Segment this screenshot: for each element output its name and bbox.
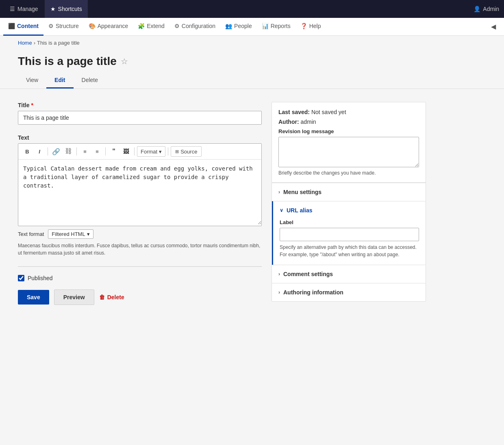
preview-button[interactable]: Preview [54,289,94,305]
text-group: Text B I 🔗 ⛓ ≡ ≡ " 🖼 Format [18,134,262,257]
authoring-info-header[interactable]: › Authoring information [272,283,426,301]
page-title-row: This is a page title ☆ [18,55,486,68]
toolbar-sep-4 [134,147,135,156]
main-content: Title * Text B I 🔗 ⛓ ≡ ≡ [0,89,504,445]
revision-help: Briefly describe the changes you have ma… [278,170,419,176]
chevron-down-icon: ▾ [159,149,162,155]
chevron-down-icon-format: ▾ [87,231,90,237]
nav-appearance-label: Appearance [98,23,128,29]
editor-wrapper: B I 🔗 ⛓ ≡ ≡ " 🖼 Format ▾ [18,143,262,226]
page-title: This is a page title [18,55,117,68]
admin-button[interactable]: 👤 Admin [474,6,499,12]
nav-item-configuration[interactable]: ⚙ Configuration [169,18,220,36]
nav-item-structure[interactable]: ⚙ Structure [43,18,84,36]
content-icon: ⬛ [8,23,15,29]
accordion-comment-settings: › Comment settings [272,265,426,283]
star-icon: ★ [50,6,56,12]
last-saved-row: Last saved: Not saved yet [278,109,419,115]
extend-icon: 🧩 [138,23,145,29]
revision-log-label: Revision log message [278,128,419,134]
accordion-menu-settings: › Menu settings [272,183,426,201]
chevron-right-icon-authoring: › [278,289,280,295]
revision-log-textarea[interactable] [278,137,419,167]
italic-button[interactable]: I [34,146,45,157]
tab-view[interactable]: View [18,73,46,89]
appearance-icon: 🎨 [89,23,96,29]
text-label: Text [18,134,262,141]
chevron-right-icon-menu: › [278,189,280,195]
bold-button[interactable]: B [22,146,33,157]
form-area: Title * Text B I 🔗 ⛓ ≡ ≡ [18,102,262,305]
image-button[interactable]: 🖼 [120,146,132,157]
save-button[interactable]: Save [18,290,49,305]
format-dropdown[interactable]: Format ▾ [137,146,165,157]
shortcuts-button[interactable]: ★ Shortcuts [45,0,88,18]
nav-config-label: Configuration [182,23,215,29]
url-alias-body: Label Specify an alternative path by whi… [273,219,426,265]
nav-item-people[interactable]: 👥 People [220,18,257,36]
sidebar: Last saved: Not saved yet Author: admin … [272,102,426,302]
help-icon: ❓ [300,23,307,29]
url-label-label: Label [280,219,419,225]
accordion-url-alias: ∨ URL alias Label Specify an alternative… [272,201,426,265]
admin-label: Admin [483,6,499,12]
authoring-info-label: Authoring information [283,289,343,296]
manage-button[interactable]: ☰ Manage [5,0,43,18]
menu-settings-label: Menu settings [283,189,322,195]
tab-edit[interactable]: Edit [46,73,73,89]
bullet-list-button[interactable]: ≡ [79,146,91,157]
editor-content[interactable]: Typical Catalan dessert made from cream … [18,160,261,225]
hamburger-icon: ☰ [10,6,15,12]
published-row: Published [18,275,262,281]
nav-item-extend[interactable]: 🧩 Extend [133,18,169,36]
author-value: admin [300,119,316,125]
published-checkbox[interactable] [18,275,24,281]
number-list-button[interactable]: ≡ [91,146,103,157]
collapse-icon: ◀ [491,23,496,30]
delete-button[interactable]: 🗑 Delete [99,294,124,300]
nav-reports-label: Reports [271,23,291,29]
bookmark-icon[interactable]: ☆ [121,56,128,66]
people-icon: 👥 [225,23,232,29]
editor-toolbar: B I 🔗 ⛓ ≡ ≡ " 🖼 Format ▾ [18,144,261,160]
breadcrumb-current: This is a page title [37,40,80,46]
unlink-button[interactable]: ⛓ [63,146,74,157]
user-icon: 👤 [474,6,480,12]
nav-structure-label: Structure [56,23,79,29]
menu-settings-header[interactable]: › Menu settings [272,183,426,201]
source-button[interactable]: ⊞ Source [171,146,202,157]
editor-help-text: Maecenas faucibus mollis interdum. Fusce… [18,242,262,257]
chevron-right-icon-comment: › [278,271,280,277]
tab-delete[interactable]: Delete [74,73,106,89]
breadcrumb-home[interactable]: Home [18,40,32,46]
toolbar-sep-1 [48,147,48,156]
published-label: Published [28,275,53,281]
title-label: Title * [18,102,262,108]
nav-extend-label: Extend [147,23,165,29]
nav-item-help[interactable]: ❓ Help [295,18,326,36]
title-group: Title * [18,102,262,125]
action-buttons: Save Preview 🗑 Delete [18,289,262,305]
toolbar-sep-5 [168,147,168,156]
chevron-down-icon-url: ∨ [280,207,283,213]
comment-settings-label: Comment settings [283,271,333,277]
tabs: View Edit Delete [0,68,504,89]
manage-label: Manage [17,6,38,12]
comment-settings-header[interactable]: › Comment settings [272,265,426,283]
text-format-select[interactable]: Filtered HTML ▾ [48,229,93,239]
title-input[interactable] [18,111,262,125]
accordion-authoring-information: › Authoring information [272,283,426,301]
nav-collapse-button[interactable]: ◀ [486,23,501,30]
sidebar-card: Last saved: Not saved yet Author: admin … [272,102,426,302]
url-label-input[interactable] [280,228,419,241]
link-button[interactable]: 🔗 [50,146,62,157]
url-alias-header[interactable]: ∨ URL alias [273,201,426,219]
blockquote-button[interactable]: " [108,146,119,157]
author-row: Author: admin [278,119,419,125]
toolbar-sep-3 [105,147,106,156]
nav-item-appearance[interactable]: 🎨 Appearance [84,18,133,36]
nav-item-content[interactable]: ⬛ Content [3,18,43,36]
last-saved-label: Last saved: [278,109,310,115]
reports-icon: 📊 [262,23,269,29]
nav-item-reports[interactable]: 📊 Reports [257,18,295,36]
